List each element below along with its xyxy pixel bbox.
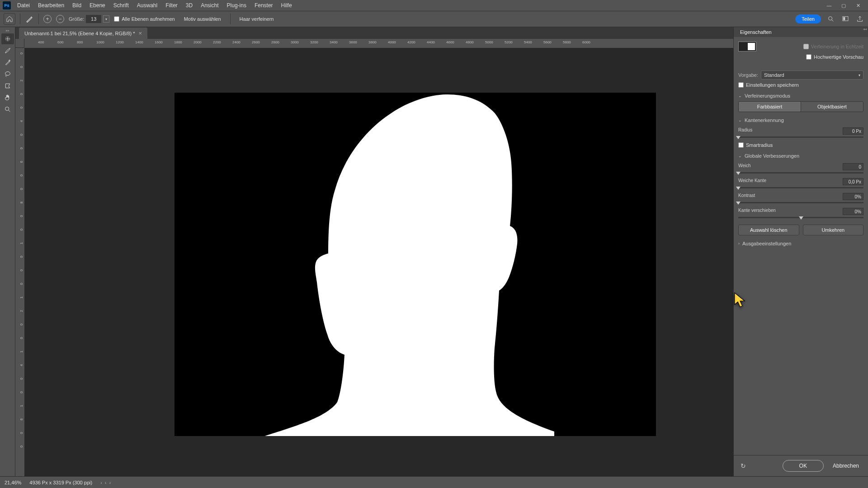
checkbox-icon[interactable] bbox=[738, 82, 744, 88]
close-icon[interactable]: ✕ bbox=[853, 1, 863, 10]
menu-filter[interactable]: Filter bbox=[162, 1, 181, 10]
menu-plugins[interactable]: Plug-ins bbox=[223, 1, 250, 10]
collapse-panel-icon[interactable]: ◂◂ bbox=[863, 27, 867, 31]
smart-radius-checkbox[interactable]: Smartradius bbox=[738, 142, 773, 148]
menu-datei[interactable]: Datei bbox=[14, 1, 33, 10]
clear-selection-button[interactable]: Auswahl löschen bbox=[738, 225, 799, 235]
remember-settings-checkbox[interactable]: Einstellungen speichern bbox=[738, 82, 799, 88]
home-button[interactable] bbox=[4, 13, 15, 25]
search-icon[interactable] bbox=[826, 14, 835, 23]
preset-value: Standard bbox=[764, 72, 784, 78]
preset-select[interactable]: Standard ▾ bbox=[761, 70, 863, 80]
shift-edge-value[interactable]: 0% bbox=[843, 208, 863, 215]
checkbox-icon[interactable] bbox=[114, 16, 119, 22]
expand-toolbox-icon[interactable]: ▸▸ bbox=[1, 28, 14, 33]
output-settings-header[interactable]: › Ausgabeeinstellungen bbox=[738, 241, 863, 246]
ruler-corner bbox=[15, 39, 24, 48]
status-nav-icons[interactable]: ›‹› bbox=[100, 480, 111, 485]
lasso-tool-icon[interactable] bbox=[1, 69, 14, 80]
slider-thumb-icon[interactable] bbox=[736, 136, 741, 139]
tab-close-icon[interactable]: × bbox=[139, 30, 142, 37]
workspace-icon[interactable] bbox=[841, 14, 850, 23]
slider-thumb-icon[interactable] bbox=[799, 216, 803, 220]
edge-detection-section: ⌄ Kantenerkennung Radius 0 Px Smart bbox=[738, 117, 863, 148]
properties-tab[interactable]: Eigenschaften bbox=[737, 28, 774, 36]
mode-object-button[interactable]: Objektbasiert bbox=[801, 102, 863, 112]
view-mode-swatch-icon[interactable] bbox=[738, 42, 756, 52]
refine-hair-button[interactable]: Haar verfeinern bbox=[235, 15, 278, 23]
size-dropdown-icon[interactable]: ▾ bbox=[103, 15, 109, 23]
mask-image bbox=[175, 93, 656, 436]
add-mode-icon[interactable]: + bbox=[43, 15, 52, 23]
current-tool-icon[interactable] bbox=[25, 14, 34, 23]
global-refinements-header[interactable]: ⌄ Globale Verbesserungen bbox=[738, 153, 863, 159]
menu-bar: Ps Datei Bearbeiten Bild Ebene Schrift A… bbox=[0, 0, 868, 11]
zoom-tool-icon[interactable] bbox=[1, 104, 14, 115]
canvas-viewport[interactable] bbox=[24, 48, 733, 476]
menu-3d[interactable]: 3D bbox=[182, 1, 196, 10]
svg-point-5 bbox=[5, 72, 10, 75]
remember-settings-label: Einstellungen speichern bbox=[746, 82, 799, 88]
share-export-icon[interactable] bbox=[855, 14, 864, 23]
cancel-button[interactable]: Abbrechen bbox=[828, 460, 863, 471]
window-controls: — ▢ ✕ bbox=[824, 1, 865, 10]
slider-thumb-icon[interactable] bbox=[736, 172, 741, 175]
output-settings-label: Ausgabeeinstellungen bbox=[742, 241, 791, 246]
menu-hilfe[interactable]: Hilfe bbox=[278, 1, 296, 10]
refinement-mode-header[interactable]: ⌄ Verfeinerungsmodus bbox=[738, 93, 863, 99]
brush-tool-icon[interactable] bbox=[1, 45, 14, 56]
quick-select-tool-icon[interactable] bbox=[1, 33, 14, 44]
smooth-track[interactable] bbox=[738, 172, 863, 174]
slider-thumb-icon[interactable] bbox=[736, 202, 741, 205]
size-input[interactable] bbox=[86, 15, 101, 23]
menu-schrift[interactable]: Schrift bbox=[110, 1, 132, 10]
menu-bild[interactable]: Bild bbox=[69, 1, 85, 10]
svg-point-4 bbox=[9, 60, 10, 61]
checkbox-icon[interactable] bbox=[738, 142, 744, 148]
shift-edge-track[interactable] bbox=[738, 217, 863, 218]
contrast-track[interactable] bbox=[738, 202, 863, 203]
menu-auswahl[interactable]: Auswahl bbox=[133, 1, 161, 10]
silhouette-shape bbox=[238, 93, 554, 436]
mode-color-button[interactable]: Farbbasiert bbox=[739, 102, 801, 112]
edge-detection-header[interactable]: ⌄ Kantenerkennung bbox=[738, 117, 863, 123]
menu-ansicht[interactable]: Ansicht bbox=[197, 1, 222, 10]
hq-preview-checkbox[interactable]: Hochwertige Vorschau bbox=[806, 54, 863, 60]
contrast-slider: Kontrast 0% bbox=[738, 193, 863, 203]
feather-label: Weiche Kante bbox=[738, 178, 766, 185]
radius-track[interactable] bbox=[738, 136, 863, 138]
ok-button[interactable]: OK bbox=[783, 460, 824, 472]
polygon-lasso-tool-icon[interactable] bbox=[1, 80, 14, 91]
hand-tool-icon[interactable] bbox=[1, 92, 14, 103]
options-right: Teilen bbox=[795, 14, 864, 23]
chevron-down-icon: ▾ bbox=[859, 73, 860, 77]
size-label: Größe: bbox=[69, 16, 84, 22]
radius-value[interactable]: 0 Px bbox=[843, 127, 863, 135]
realtime-refine-label: Verfeinerung in Echtzeit bbox=[811, 44, 863, 49]
chevron-down-icon: ⌄ bbox=[738, 94, 742, 98]
document-tab[interactable]: Unbenannt-1 bei 21,5% (Ebene 4 Kopie, RG… bbox=[19, 28, 147, 39]
feather-track[interactable] bbox=[738, 187, 863, 188]
menu-bearbeiten[interactable]: Bearbeiten bbox=[34, 1, 68, 10]
menu-fenster[interactable]: Fenster bbox=[251, 1, 277, 10]
slider-thumb-icon[interactable] bbox=[736, 187, 741, 190]
checkbox-icon[interactable] bbox=[806, 54, 811, 60]
menu-ebene[interactable]: Ebene bbox=[86, 1, 109, 10]
minimize-icon[interactable]: — bbox=[824, 1, 835, 10]
panel-tab-bar: Eigenschaften bbox=[734, 27, 868, 37]
maximize-icon[interactable]: ▢ bbox=[838, 1, 849, 10]
refine-brush-tool-icon[interactable] bbox=[1, 57, 14, 68]
status-bar: 21,46% 4936 Px x 3319 Px (300 ppi) ›‹› bbox=[0, 476, 868, 488]
zoom-level[interactable]: 21,46% bbox=[5, 480, 21, 485]
divider bbox=[230, 14, 231, 24]
feather-value[interactable]: 0,0 Px bbox=[843, 178, 863, 185]
shift-edge-slider: Kante verschieben 0% bbox=[738, 208, 863, 218]
select-subject-button[interactable]: Motiv auswählen bbox=[179, 15, 226, 23]
share-button[interactable]: Teilen bbox=[795, 14, 821, 23]
subtract-mode-icon[interactable]: − bbox=[56, 15, 64, 23]
reset-icon[interactable]: ↻ bbox=[738, 461, 748, 471]
sample-all-layers-checkbox[interactable]: Alle Ebenen aufnehmen bbox=[114, 16, 175, 22]
smooth-value[interactable]: 0 bbox=[843, 163, 863, 170]
contrast-value[interactable]: 0% bbox=[843, 193, 863, 200]
invert-button[interactable]: Umkehren bbox=[803, 225, 864, 235]
